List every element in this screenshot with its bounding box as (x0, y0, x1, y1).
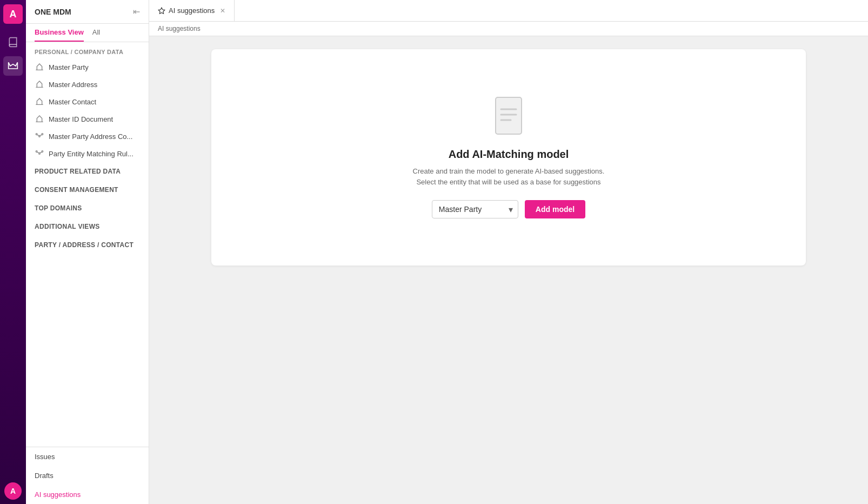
entity-select[interactable]: Master Party Master Address Master Conta… (432, 200, 518, 218)
tab-all[interactable]: All (92, 28, 100, 42)
sidebar-collapsible-top-domains[interactable]: TOP DOMAINS (26, 199, 149, 217)
tab-business-view[interactable]: Business View (35, 28, 84, 42)
sidebar-bottom-issues[interactable]: Issues (26, 447, 149, 466)
sidebar: ONE MDM ⇤ Business View All PERSONAL / C… (26, 0, 149, 504)
ai-suggestions-tab-icon (158, 7, 165, 15)
crown-icon[interactable] (3, 56, 23, 76)
add-model-button[interactable]: Add model (525, 200, 585, 218)
main-content: AI suggestions ✕ AI suggestions Add AI-M… (149, 0, 868, 504)
sidebar-collapsible-additional[interactable]: ADDITIONAL VIEWS (26, 217, 149, 236)
tab-label-ai-suggestions: AI suggestions (169, 6, 215, 15)
sidebar-bottom: Issues Drafts AI suggestions (26, 447, 149, 504)
sidebar-nav-tabs: Business View All (26, 24, 149, 42)
network-icon-entity-matching (35, 149, 44, 158)
crown-icon-master-contact (35, 97, 44, 107)
sidebar-label-master-party-address: Master Party Address Co... (49, 132, 132, 141)
breadcrumb-text: AI suggestions (158, 25, 201, 32)
sidebar-item-party-entity-matching[interactable]: Party Entity Matching Rul... (26, 145, 149, 162)
crown-icon-master-id (35, 114, 44, 124)
svg-line-8 (37, 152, 39, 152)
sidebar-item-master-party[interactable]: Master Party (26, 58, 149, 76)
sidebar-item-master-id-document[interactable]: Master ID Document (26, 110, 149, 128)
sidebar-collapsible-consent[interactable]: CONSENT MANAGEMENT (26, 181, 149, 199)
tab-close-ai-suggestions[interactable]: ✕ (220, 7, 225, 15)
tab-ai-suggestions[interactable]: AI suggestions ✕ (149, 0, 235, 21)
user-avatar[interactable]: A (4, 482, 22, 500)
sidebar-header: ONE MDM ⇤ (26, 0, 149, 24)
app-logo[interactable]: A (3, 4, 23, 24)
content-area: Add AI-Matching model Create and train t… (149, 36, 868, 504)
sidebar-item-master-party-address[interactable]: Master Party Address Co... (26, 128, 149, 145)
breadcrumb-bar: AI suggestions (149, 22, 868, 36)
section-personal-company: PERSONAL / COMPANY DATA (26, 42, 149, 58)
network-icon-party-address (35, 131, 44, 141)
svg-line-4 (39, 135, 42, 135)
sidebar-item-master-contact[interactable]: Master Contact (26, 93, 149, 110)
sidebar-label-master-id-document: Master ID Document (49, 115, 113, 123)
document-icon (491, 96, 526, 135)
sidebar-bottom-ai-suggestions[interactable]: AI suggestions (26, 485, 149, 504)
sidebar-item-master-address[interactable]: Master Address (26, 76, 149, 93)
crown-icon-master-party (35, 62, 44, 72)
sidebar-title: ONE MDM (35, 8, 71, 16)
sidebar-label-master-address: Master Address (49, 81, 97, 89)
book-icon[interactable] (3, 32, 23, 52)
card-icon-container (491, 96, 526, 137)
svg-rect-10 (496, 97, 522, 134)
card-description: Create and train the model to generate A… (406, 166, 611, 187)
sidebar-label-party-entity-matching: Party Entity Matching Rul... (49, 150, 133, 158)
sidebar-label-master-party: Master Party (49, 63, 89, 71)
crown-icon-master-address (35, 79, 44, 89)
add-ai-model-card: Add AI-Matching model Create and train t… (211, 49, 806, 266)
entity-select-wrapper: Master Party Master Address Master Conta… (432, 200, 518, 218)
sidebar-collapsible-party-address[interactable]: PARTY / ADDRESS / CONTACT (26, 236, 149, 254)
svg-line-3 (37, 135, 39, 135)
svg-line-9 (39, 152, 42, 152)
card-actions: Master Party Master Address Master Conta… (432, 200, 585, 218)
sidebar-collapsible-product[interactable]: PRODUCT RELATED DATA (26, 162, 149, 181)
sidebar-label-master-contact: Master Contact (49, 98, 96, 106)
tab-bar: AI suggestions ✕ (149, 0, 868, 22)
sidebar-bottom-drafts[interactable]: Drafts (26, 466, 149, 485)
pin-icon[interactable]: ⇤ (133, 6, 140, 17)
card-title: Add AI-Matching model (449, 148, 569, 161)
icon-rail: A A (0, 0, 26, 504)
